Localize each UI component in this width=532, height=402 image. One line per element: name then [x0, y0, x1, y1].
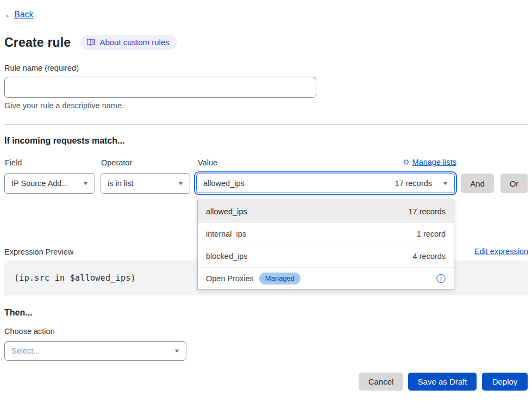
list-item-name: allowed_ips: [206, 207, 408, 216]
field-label: Field: [5, 158, 22, 167]
list-item-internal-ips[interactable]: internal_ips 1 record: [198, 222, 454, 245]
edit-expression-link[interactable]: Edit expression: [446, 247, 528, 256]
field-select[interactable]: IP Source Add... ▼: [4, 173, 95, 194]
action-select[interactable]: Select... ▼: [4, 341, 186, 361]
operator-select-value: is in list: [108, 179, 174, 188]
rule-name-helper: Give your rule a descriptive name.: [4, 101, 124, 110]
value-select[interactable]: allowed_ips 17 records ▼: [196, 174, 455, 193]
list-item-meta: 4 records: [413, 252, 446, 261]
value-select-meta: 17 records: [395, 179, 433, 188]
section-divider: [4, 124, 528, 125]
managed-badge: Managed: [259, 273, 301, 285]
page-header: Create rule About custom rules: [4, 35, 177, 50]
then-section-heading: Then...: [4, 308, 33, 318]
gear-icon: ⚙: [403, 158, 410, 166]
save-as-draft-button[interactable]: Save as Draft: [408, 373, 477, 391]
operator-select[interactable]: is in list ▼: [101, 173, 190, 194]
page-title: Create rule: [4, 35, 71, 50]
rule-name-label: Rule name (required): [4, 64, 79, 72]
book-icon: [86, 39, 95, 46]
info-icon[interactable]: ⓘ: [436, 274, 446, 283]
operator-label: Operator: [101, 158, 132, 167]
list-item-name: blocked_ips: [206, 252, 413, 261]
field-select-value: IP Source Add...: [11, 179, 79, 188]
list-item-meta: 1 record: [417, 230, 446, 238]
value-label: Value: [198, 158, 217, 167]
expression-code: (ip.src in $allowed_ips): [14, 273, 136, 283]
about-badge-label: About custom rules: [99, 38, 169, 47]
list-item-open-proxies[interactable]: Open Proxies Managed ⓘ: [198, 267, 454, 289]
list-item-name: internal_ips: [206, 230, 417, 238]
value-select-name: allowed_ips: [203, 179, 395, 188]
list-item-meta: 17 records: [408, 207, 446, 216]
chevron-down-icon: ▼: [173, 348, 180, 354]
choose-action-label: Choose action: [4, 327, 55, 336]
back-link-label: Back: [14, 10, 34, 20]
cancel-button[interactable]: Cancel: [359, 373, 403, 391]
manage-lists-link[interactable]: ⚙ Manage lists: [380, 158, 456, 166]
expression-preview-label: Expression Preview: [4, 248, 73, 256]
list-dropdown-menu: allowed_ips 17 records internal_ips 1 re…: [197, 200, 454, 290]
manage-lists-label: Manage lists: [412, 158, 456, 166]
chevron-down-icon: ▼: [442, 181, 448, 186]
list-item-blocked-ips[interactable]: blocked_ips 4 records: [198, 245, 454, 267]
action-select-placeholder: Select...: [11, 347, 170, 355]
match-section-heading: If incoming requests match...: [4, 136, 124, 146]
deploy-button[interactable]: Deploy: [482, 373, 528, 391]
value-select-focus-ring: allowed_ips 17 records ▼: [194, 171, 457, 195]
chevron-down-icon: ▼: [82, 181, 89, 186]
back-link[interactable]: ←Back: [4, 9, 34, 20]
rule-name-input[interactable]: [4, 77, 316, 98]
about-custom-rules-badge[interactable]: About custom rules: [80, 35, 177, 50]
or-button[interactable]: Or: [500, 174, 528, 193]
list-item-name: Open Proxies: [206, 274, 254, 283]
back-arrow-icon: ←: [4, 9, 14, 20]
and-button[interactable]: And: [461, 174, 494, 193]
list-item-allowed-ips[interactable]: allowed_ips 17 records: [198, 200, 454, 222]
chevron-down-icon: ▼: [177, 181, 184, 186]
